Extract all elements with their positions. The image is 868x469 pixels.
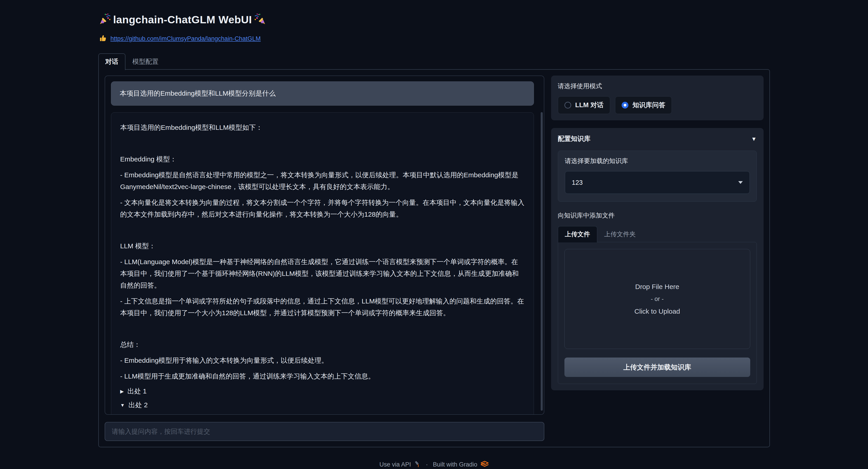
dropzone-line-3: Click to Upload [634, 307, 680, 315]
source-1-label: 出处 1 [127, 387, 147, 396]
bot-paragraph: 总结： [120, 339, 525, 351]
bot-paragraph: - LLM模型用于生成更加准确和自然的回答，通过训练来学习输入文本的上下文信息。 [120, 371, 525, 382]
radio-knowledge-qa-label: 知识库问答 [632, 100, 665, 110]
bot-paragraph: - Embedding模型是自然语言处理中常用的模型之一，将文本转换为向量形式，… [120, 169, 525, 193]
upload-tab-nav: 上传文件 上传文件夹 [558, 226, 757, 242]
kb-select-dropdown[interactable]: 123 [565, 171, 750, 194]
dropzone-line-2: - or - [651, 296, 664, 302]
dialogue-tab-panel: 本项目选用的Embedding模型和LLM模型分别是什么 本项目选用的Embed… [98, 69, 770, 447]
chat-prompt-input[interactable] [105, 422, 544, 441]
chatbot-window: 本项目选用的Embedding模型和LLM模型分别是什么 本项目选用的Embed… [105, 76, 544, 415]
bot-message: 本项目选用的Embedding模型和LLM模型如下： Embedding 模型：… [111, 112, 534, 415]
mode-radio-group: LLM 对话 知识库问答 [558, 96, 757, 114]
bot-paragraph: LLM 模型： [120, 240, 525, 252]
kb-add-files-label: 向知识库中添加文件 [558, 211, 757, 220]
kb-select-value: 123 [572, 179, 583, 186]
radio-knowledge-qa[interactable]: 知识库问答 [615, 96, 672, 114]
blank-line [120, 323, 525, 335]
dropzone-line-1: Drop File Here [635, 283, 679, 291]
party-popper-icon [99, 13, 111, 26]
blank-line [120, 224, 525, 236]
built-with-gradio-link[interactable]: Built with Gradio [433, 461, 489, 469]
page-title-row: langchain-ChatGLM WebUI [98, 13, 770, 26]
chevron-down-icon [738, 181, 743, 184]
tab-upload-folder[interactable]: 上传文件夹 [597, 226, 643, 242]
user-message: 本项目选用的Embedding模型和LLM模型分别是什么 [111, 81, 534, 106]
disclosure-closed-icon: ▶ [120, 389, 124, 394]
radio-off-icon [564, 102, 571, 109]
main-tab-nav: 对话 模型配置 [98, 53, 770, 70]
file-dropzone[interactable]: Drop File Here - or - Click to Upload [564, 249, 750, 349]
mode-select-label: 请选择使用模式 [558, 82, 757, 90]
app-container: langchain-ChatGLM WebUI https://github.c… [98, 0, 770, 469]
tab-upload-file[interactable]: 上传文件 [558, 226, 597, 242]
radio-llm-dialogue[interactable]: LLM 对话 [558, 96, 610, 114]
bot-paragraph: - 文本向量化是将文本转换为向量的过程，将文本分割成一个个字符，并将每个字符转换… [120, 197, 525, 220]
radio-on-icon [622, 102, 628, 109]
kb-accordion-header[interactable]: 配置知识库 ▼ [558, 134, 757, 143]
upload-tab-content: Drop File Here - or - Click to Upload 上传… [558, 242, 757, 384]
radio-llm-dialogue-label: LLM 对话 [575, 100, 604, 110]
bot-paragraph: - 上下文信息是指一个单词或字符所处的句子或段落中的信息，通过上下文信息，LLM… [120, 295, 525, 319]
source-1-toggle[interactable]: ▶ 出处 1 [120, 387, 525, 396]
upload-and-load-kb-button[interactable]: 上传文件并加载知识库 [564, 357, 750, 377]
blank-line [120, 138, 525, 149]
bot-paragraph: Embedding 模型： [120, 153, 525, 165]
knowledge-base-box: 配置知识库 ▼ 请选择要加载的知识库 123 向知识库中添加文件 上传文件 上传 [551, 128, 764, 390]
bot-paragraph: - Embedding模型用于将输入的文本转换为向量形式，以便后续处理。 [120, 355, 525, 367]
tab-dialogue[interactable]: 对话 [98, 53, 125, 70]
plug-icon [414, 461, 421, 469]
use-via-api-label: Use via API [379, 461, 411, 468]
bot-paragraph: 本项目选用的Embedding模型和LLM模型如下： [120, 122, 525, 134]
blank-line [120, 414, 525, 415]
bot-paragraph: - LLM(Language Model)模型是一种基于神经网络的自然语言生成模… [120, 256, 525, 291]
accordion-collapse-icon: ▼ [751, 136, 757, 142]
gradio-logo-icon [480, 461, 489, 469]
github-repo-link[interactable]: https://github.com/imClumsyPanda/langcha… [111, 35, 261, 42]
source-2-label: 出处 2 [128, 401, 148, 410]
thumbs-up-icon [99, 34, 107, 43]
built-with-gradio-label: Built with Gradio [433, 461, 477, 468]
kb-select-group: 请选择要加载的知识库 123 [558, 151, 757, 202]
tab-model-config[interactable]: 模型配置 [125, 53, 166, 70]
party-popper-icon [254, 13, 266, 26]
chat-input-wrap [105, 422, 544, 441]
chat-column: 本项目选用的Embedding模型和LLM模型分别是什么 本项目选用的Embed… [105, 76, 544, 441]
footer: Use via API · Built with Gradio [98, 461, 770, 469]
page-title: langchain-ChatGLM WebUI [113, 13, 252, 26]
source-2-toggle[interactable]: ▼ 出处 2 [120, 401, 525, 410]
controls-column: 请选择使用模式 LLM 对话 知识库问答 配置知识库 [551, 76, 764, 441]
kb-accordion-title: 配置知识库 [558, 134, 591, 143]
mode-select-box: 请选择使用模式 LLM 对话 知识库问答 [551, 76, 764, 120]
use-via-api-link[interactable]: Use via API [379, 461, 421, 469]
footer-separator: · [426, 461, 428, 468]
disclosure-open-icon: ▼ [120, 403, 125, 408]
kb-select-label: 请选择要加载的知识库 [565, 157, 750, 165]
chatbot-scrollbar[interactable] [541, 112, 543, 411]
repo-link-row: https://github.com/imClumsyPanda/langcha… [98, 34, 770, 43]
